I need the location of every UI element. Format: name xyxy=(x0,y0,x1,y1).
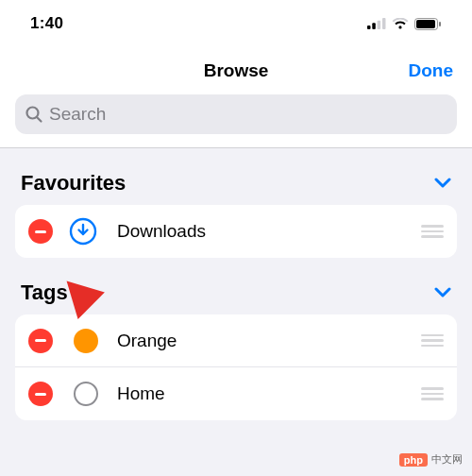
chevron-down-icon xyxy=(434,178,451,189)
drag-handle-icon[interactable] xyxy=(421,334,444,348)
done-button[interactable]: Done xyxy=(409,60,454,81)
remove-button[interactable] xyxy=(28,219,53,244)
item-label: Orange xyxy=(117,331,406,351)
svg-rect-9 xyxy=(35,230,46,233)
page-title: Browse xyxy=(204,60,269,81)
list-item[interactable]: Downloads xyxy=(15,205,457,258)
battery-icon xyxy=(414,18,442,30)
watermark: php 中文网 xyxy=(399,452,463,467)
tag-color-dot xyxy=(74,329,98,353)
section-header-favourites[interactable]: Favourites xyxy=(15,148,457,205)
svg-rect-6 xyxy=(439,22,441,26)
minus-icon xyxy=(35,230,46,233)
tag-color-ring xyxy=(74,382,98,406)
drag-handle-icon[interactable] xyxy=(421,225,444,238)
search-input[interactable]: Search xyxy=(15,94,457,134)
favourites-title: Favourites xyxy=(21,171,126,196)
chevron-down-icon xyxy=(434,287,451,298)
item-label: Downloads xyxy=(117,221,406,242)
svg-rect-11 xyxy=(35,339,46,342)
svg-rect-2 xyxy=(378,21,381,29)
tags-title: Tags xyxy=(21,280,68,305)
svg-rect-0 xyxy=(367,26,371,29)
minus-icon xyxy=(35,393,46,396)
item-label: Home xyxy=(117,383,406,404)
svg-rect-1 xyxy=(372,23,376,29)
watermark-text: 中文网 xyxy=(431,452,463,467)
cellular-icon xyxy=(367,18,386,29)
minus-icon xyxy=(35,339,46,342)
status-time: 1:40 xyxy=(30,14,63,33)
svg-rect-12 xyxy=(35,393,46,396)
favourites-list: Downloads xyxy=(15,205,457,258)
wifi-icon xyxy=(392,18,409,30)
svg-rect-5 xyxy=(416,20,435,28)
list-item[interactable]: Home xyxy=(15,367,457,420)
status-indicators xyxy=(367,18,442,30)
search-container: Search xyxy=(0,94,472,148)
section-header-tags[interactable]: Tags xyxy=(15,258,457,314)
watermark-logo: php xyxy=(399,453,428,467)
status-bar: 1:40 xyxy=(0,0,472,47)
list-item[interactable]: Orange xyxy=(15,314,457,367)
remove-button[interactable] xyxy=(28,382,53,406)
nav-bar: Browse Done xyxy=(0,47,472,94)
svg-rect-3 xyxy=(382,18,386,29)
search-placeholder: Search xyxy=(49,104,106,125)
remove-button[interactable] xyxy=(28,329,53,353)
search-icon xyxy=(25,105,43,124)
tags-list: Orange Home xyxy=(15,314,457,420)
drag-handle-icon[interactable] xyxy=(421,387,444,400)
svg-line-8 xyxy=(37,117,41,121)
downloads-icon xyxy=(68,216,98,246)
